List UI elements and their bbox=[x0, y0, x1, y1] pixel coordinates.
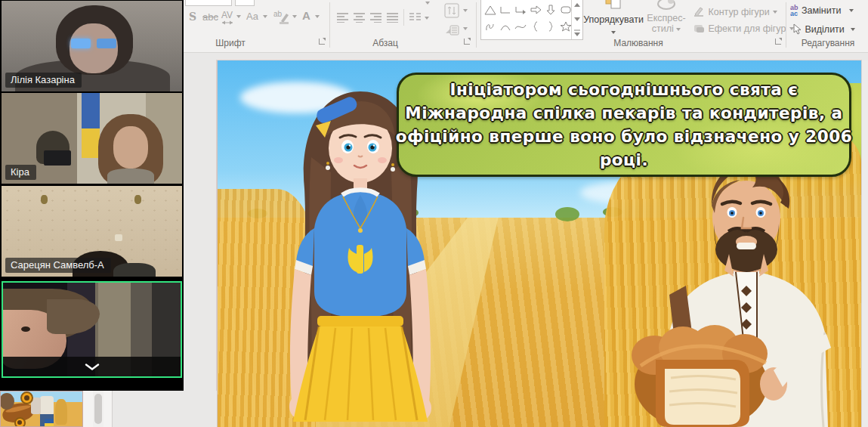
replace-button[interactable]: ab ac Замінити bbox=[790, 3, 854, 17]
slide-textbox[interactable]: Ініціатором сьогоднішнього свята є Міжна… bbox=[397, 73, 851, 177]
arrange-button[interactable]: Упорядкувати bbox=[583, 0, 644, 39]
shapes-gallery-scrollbar[interactable] bbox=[571, 0, 582, 39]
shape-scribble-icon[interactable] bbox=[483, 20, 497, 33]
shape-outline-button[interactable]: Контур фігури bbox=[693, 5, 777, 18]
participant-name: Сарецян Самвелб-А bbox=[5, 258, 111, 273]
font-dialog-launcher[interactable] bbox=[319, 37, 326, 45]
participant-video-2[interactable]: Кіра bbox=[2, 93, 182, 184]
shape-effects-icon bbox=[693, 23, 705, 33]
select-cursor-icon bbox=[792, 23, 802, 35]
convert-smartart-button[interactable] bbox=[444, 21, 459, 36]
slide-canvas[interactable]: Ініціатором сьогоднішнього свята є Міжна… bbox=[217, 60, 861, 427]
participant-name: Лілія Казаріна bbox=[5, 73, 82, 88]
video-call-panel: Лілія Казаріна Кіра Сарецян Самвелб-А bbox=[0, 0, 184, 391]
character-spacing-arrows-icon bbox=[221, 20, 234, 25]
shape-triangle-icon[interactable] bbox=[483, 3, 497, 17]
shape-right-arrow-icon[interactable] bbox=[529, 3, 542, 17]
thumbnails-scrollbar[interactable] bbox=[93, 391, 103, 427]
align-center-button[interactable] bbox=[353, 12, 366, 23]
gallery-more-icon[interactable] bbox=[572, 26, 582, 39]
quick-styles-icon bbox=[656, 0, 676, 10]
shape-outline-icon bbox=[693, 6, 705, 17]
font-color-caret-icon[interactable] bbox=[315, 15, 320, 18]
text-shadow-button[interactable]: S bbox=[189, 11, 196, 23]
columns-caret-icon[interactable] bbox=[425, 17, 429, 20]
shape-curve-icon[interactable] bbox=[514, 20, 527, 33]
shape-arc-icon[interactable] bbox=[499, 20, 512, 33]
gallery-up-icon[interactable] bbox=[572, 0, 582, 12]
select-button[interactable]: Виділити bbox=[792, 22, 855, 36]
gallery-down-icon[interactable] bbox=[572, 12, 582, 26]
shape-elbow-arrow-icon[interactable] bbox=[514, 3, 527, 17]
drawing-dialog-launcher[interactable] bbox=[775, 37, 783, 45]
participant-name: Кіра bbox=[5, 165, 36, 180]
strikethrough-button[interactable]: abc bbox=[202, 11, 218, 23]
shapes-gallery[interactable] bbox=[480, 0, 583, 40]
align-justify-button[interactable] bbox=[386, 12, 399, 23]
font-group-label: Шрифт bbox=[189, 38, 272, 48]
svg-text:ab: ab bbox=[273, 10, 283, 18]
textbox-line: році. bbox=[600, 148, 648, 172]
shape-left-brace-icon[interactable] bbox=[529, 20, 542, 33]
font-size-box[interactable] bbox=[235, 0, 255, 6]
highlight-color-icon[interactable]: ab bbox=[273, 9, 290, 24]
replace-icon: ab ac bbox=[790, 5, 798, 17]
change-case-button[interactable]: Aa bbox=[246, 11, 258, 22]
character-spacing-button[interactable]: AV bbox=[221, 10, 233, 20]
slide-thumbnail[interactable] bbox=[0, 391, 83, 427]
change-case-caret-icon[interactable] bbox=[263, 15, 267, 18]
drawing-group-label: Малювання bbox=[597, 38, 680, 48]
thumbnails-panel bbox=[0, 391, 217, 427]
paragraph-group-label: Абзац bbox=[344, 38, 427, 48]
paragraph-dialog-launcher[interactable] bbox=[464, 37, 471, 45]
line-spacing-caret-icon[interactable] bbox=[425, 2, 430, 5]
text-direction-caret-icon[interactable] bbox=[463, 9, 468, 12]
shape-elbow-icon[interactable] bbox=[499, 3, 512, 17]
right-scrollbar-area[interactable] bbox=[861, 60, 868, 427]
textbox-line: Ініціатором сьогоднішнього свята є bbox=[449, 78, 798, 101]
screen: S abc AV Aa ab A Шрифт bbox=[0, 0, 868, 427]
editing-group-label: Редагування bbox=[790, 38, 866, 48]
quick-styles-button[interactable]: Експрес- стилі bbox=[643, 0, 690, 34]
participant-video-4-active[interactable] bbox=[2, 281, 182, 378]
chevron-down-icon bbox=[85, 364, 100, 370]
align-left-button[interactable] bbox=[336, 12, 349, 23]
shape-effects-button[interactable]: Ефекти для фігур bbox=[693, 21, 794, 35]
collapse-video-strip-button[interactable] bbox=[3, 357, 181, 376]
convert-smartart-caret-icon[interactable] bbox=[463, 27, 468, 30]
shape-right-brace-icon[interactable] bbox=[544, 20, 558, 33]
arrange-icon bbox=[604, 0, 622, 11]
participant-video-3[interactable]: Сарецян Самвелб-А bbox=[2, 186, 182, 277]
highlight-color-caret-icon[interactable] bbox=[292, 15, 297, 18]
text-direction-button[interactable] bbox=[444, 3, 459, 18]
textbox-line: офіційно вперше воно було відзначено у 2… bbox=[396, 125, 852, 148]
align-right-button[interactable] bbox=[369, 12, 382, 23]
participant-video-1[interactable]: Лілія Казаріна bbox=[2, 1, 182, 91]
font-name-box[interactable] bbox=[185, 0, 232, 6]
font-color-button[interactable]: A bbox=[302, 9, 310, 22]
columns-button[interactable] bbox=[409, 12, 422, 23]
shape-down-arrow-icon[interactable] bbox=[544, 3, 558, 17]
character-spacing-caret-icon[interactable] bbox=[236, 15, 241, 18]
textbox-line: Міжнародна спілка пекарів та кондитерів,… bbox=[405, 101, 842, 125]
man-illustration bbox=[626, 157, 861, 427]
